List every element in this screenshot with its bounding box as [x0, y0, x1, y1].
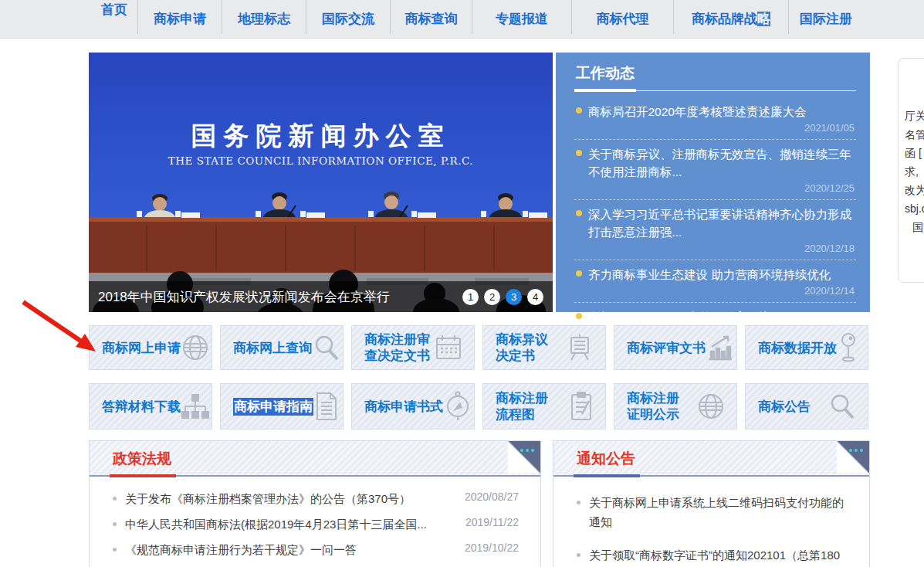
- work-news-title: 工作动态: [574, 60, 636, 92]
- service-label: 答辩材料下载: [102, 399, 181, 415]
- more-corner-button[interactable]: [837, 441, 869, 474]
- policy-list-item[interactable]: 关于发布《商标注册档案管理办法》的公告（第370号） 2020/08/27: [90, 486, 540, 511]
- policy-regulations-panel: 政策法规 关于发布《商标注册档案管理办法》的公告（第370号） 2020/08/…: [89, 440, 541, 567]
- nav-item-special-reports[interactable]: 专题报道: [472, 0, 571, 38]
- services-grid: 商标网上申请 商标网上查询 商标注册审查决定文书 商标异议决定书: [89, 325, 868, 429]
- policy-list: 关于发布《商标注册档案管理办法》的公告（第370号） 2020/08/27 中华…: [90, 477, 540, 567]
- side-panel-text-line: 改为: [905, 181, 924, 199]
- service-label: 商标注册证明公示: [627, 390, 682, 423]
- compass-icon: [443, 391, 472, 422]
- more-dots-icon: [860, 449, 863, 452]
- side-panel-text-line: 函 [: [905, 144, 924, 162]
- service-label-selected: 商标申请指南: [233, 398, 313, 416]
- nav-brand-strategy-selected-char: 略: [757, 12, 770, 26]
- service-label: 商标评审文书: [627, 340, 706, 356]
- service-button-online-application[interactable]: 商标网上申请: [89, 325, 212, 370]
- service-button-data-open[interactable]: 商标数据开放: [745, 325, 868, 370]
- work-news-item[interactable]: 商标局召开2020年度考核暨述责述廉大会 2021/01/05: [574, 97, 856, 140]
- policy-item-text: 中华人民共和国商标法(根据2019年4月23日第十三届全国...: [125, 516, 456, 532]
- document-icon: [313, 391, 340, 422]
- nav-item-brand-strategy[interactable]: 商标品牌战略: [674, 0, 788, 38]
- service-button-trademark-gazette[interactable]: 商标公告: [745, 383, 868, 429]
- carousel-dot-4[interactable]: 4: [527, 289, 543, 305]
- chart-icon: [706, 333, 735, 362]
- work-news-item[interactable]: 关于商标异议、注册商标无效宣告、撤销连续三年不使用注册商标... 2020/12…: [574, 140, 856, 200]
- nav-item-trademark-search[interactable]: 商标查询: [391, 0, 472, 38]
- service-button-application-guide[interactable]: 商标申请指南: [220, 383, 344, 429]
- service-label: 商标异议决定书: [496, 331, 551, 364]
- work-news-item-text: 关于商标异议、注册商标无效宣告、撤销连续三年不使用注册商标...: [588, 145, 856, 181]
- carousel-dot-3-active[interactable]: 3: [506, 289, 522, 305]
- search-icon: [312, 333, 341, 362]
- pin-icon: [837, 332, 860, 363]
- search-icon: [828, 392, 857, 421]
- service-button-registration-certificate-publicity[interactable]: 商标注册证明公示: [614, 383, 737, 429]
- work-news-item-date: 2020/12/25: [588, 181, 856, 196]
- tree-icon: [181, 392, 210, 421]
- carousel-dot-1[interactable]: 1: [462, 289, 479, 305]
- carousel-caption-bar: 2018年中国知识产权发展状况新闻发布会在京举行 1 2 3 4: [89, 281, 553, 312]
- side-panel-text-line: 名管: [905, 125, 924, 144]
- notice-list-item[interactable]: 关于商标网上申请系统上线二维码扫码支付功能的通知: [553, 486, 869, 538]
- work-news-item-date: 2020/12/18: [588, 241, 856, 256]
- news-carousel-slide[interactable]: 国务院新闻办公室 THE STATE COUNCIL INFORMATION O…: [89, 53, 553, 312]
- policy-list-item[interactable]: 中华人民共和国商标法(根据2019年4月23日第十三届全国... 2019/11…: [90, 511, 540, 537]
- service-label: 商标网上申请: [102, 340, 181, 356]
- service-button-application-forms[interactable]: 商标申请书式: [351, 383, 475, 429]
- service-label: 商标申请书式: [364, 399, 443, 415]
- nav-item-international-registration[interactable]: 国际注册: [789, 0, 863, 38]
- notice-list-item[interactable]: 关于领取“商标数字证书”的通知202101（总第180批）: [553, 538, 869, 567]
- nav-item-international-exchange[interactable]: 国际交流: [306, 0, 390, 38]
- work-news-panel: 工作动态 商标局召开2020年度考核暨述责述廉大会 2021/01/05 关于商…: [556, 53, 870, 312]
- work-news-item[interactable]: 深入学习习近平总书记重要讲话精神齐心协力形成打击恶意注册强... 2020/12…: [574, 200, 856, 260]
- calendar-icon: [434, 333, 463, 362]
- notice-item-text: 关于商标网上申请系统上线二维码扫码支付功能的通知: [589, 493, 854, 531]
- service-label: 商标数据开放: [758, 340, 837, 356]
- notices-title-underline: [574, 474, 640, 477]
- photo-backdrop-subtitle: THE STATE COUNCIL INFORMATION OFFICE, P.…: [89, 154, 553, 167]
- globe-icon: [181, 333, 210, 362]
- work-news-item-text: 商标局召开2020年度警示教育会议: [588, 308, 856, 326]
- carousel-caption[interactable]: 2018年中国知识产权发展状况新闻发布会在京举行: [98, 288, 462, 306]
- nav-item-trademark-application[interactable]: 商标申请: [138, 0, 222, 38]
- policy-item-date: 2019/11/22: [465, 516, 519, 528]
- easel-icon: [565, 333, 594, 362]
- nav-item-home[interactable]: 首页: [91, 0, 137, 38]
- red-annotation-arrow: [17, 297, 106, 359]
- nav-item-trademark-agency[interactable]: 商标代理: [572, 0, 673, 38]
- service-button-review-documents[interactable]: 商标评审文书: [614, 325, 737, 370]
- service-button-registration-review-decisions[interactable]: 商标注册审查决定文书: [351, 325, 475, 370]
- side-panel-text-line: 厅关: [905, 107, 924, 125]
- nav-item-geographic-indication[interactable]: 地理标志: [222, 0, 306, 38]
- work-news-item-date: 2021/01/05: [588, 121, 856, 136]
- policy-title-underline: [110, 474, 176, 477]
- more-corner-button[interactable]: [508, 441, 540, 474]
- service-button-online-search[interactable]: 商标网上查询: [220, 325, 344, 370]
- side-panel-text-line: sbj.c: [905, 199, 924, 218]
- work-news-item[interactable]: 齐力商标事业生态建设 助力营商环境持续优化 2020/12/14: [574, 260, 856, 303]
- side-panel-text-line: 求,: [905, 162, 924, 181]
- right-side-panel: 厅关 名管 函 [ 求, 改为 sbj.c 国家: [898, 58, 924, 283]
- notices-panel-title: 通知公告: [577, 449, 635, 469]
- policy-panel-header: 政策法规: [90, 441, 540, 477]
- work-news-item-text: 商标局召开2020年度考核暨述责述廉大会: [588, 103, 856, 121]
- policy-item-date: 2019/10/22: [465, 542, 519, 554]
- work-news-item-text: 齐力商标事业生态建设 助力营商环境持续优化: [588, 266, 856, 284]
- policy-item-date: 2020/08/27: [465, 491, 519, 503]
- service-label: 商标网上查询: [233, 340, 312, 356]
- side-panel-text-line: 国家: [905, 218, 924, 236]
- more-dots-icon: [855, 449, 858, 452]
- service-label: 商标公告: [758, 399, 811, 415]
- photo-backdrop-title: 国务院新闻办公室: [89, 119, 553, 154]
- carousel-pagination: 1 2 3 4: [462, 289, 543, 305]
- work-news-item-text: 深入学习习近平总书记重要讲话精神齐心协力形成打击恶意注册强...: [588, 205, 856, 241]
- carousel-dot-2[interactable]: 2: [484, 289, 500, 305]
- service-button-registration-flowchart[interactable]: 商标注册流程图: [482, 383, 606, 429]
- policy-list-item[interactable]: 《规范商标申请注册行为若干规定》一问一答 2019/10/22: [90, 537, 540, 562]
- notices-panel: 通知公告 关于商标网上申请系统上线二维码扫码支付功能的通知 关于领取“商标数字证…: [553, 440, 870, 567]
- service-button-opposition-decisions[interactable]: 商标异议决定书: [482, 325, 606, 370]
- service-button-defense-materials-download[interactable]: 答辩材料下载: [89, 383, 212, 429]
- nav-brand-strategy-text: 商标品牌战: [692, 12, 757, 26]
- page: 首页 商标申请 地理标志 国际交流 商标查询 专题报道 商标代理 商标品牌战略 …: [0, 0, 924, 567]
- policy-list-item[interactable]: 规范商标申请注册行为若干规定（国家市场监督管理总局令... 2019/10/17: [90, 562, 540, 567]
